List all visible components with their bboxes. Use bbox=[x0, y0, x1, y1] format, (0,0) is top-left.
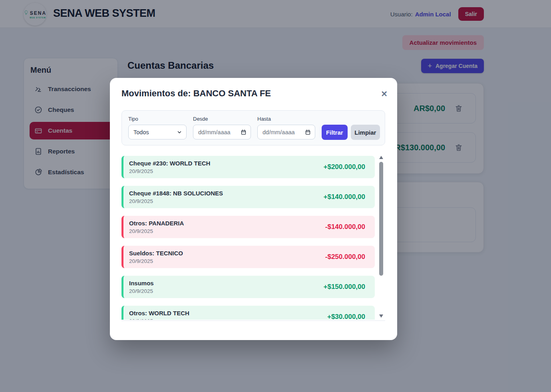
clear-button[interactable]: Limpiar bbox=[351, 125, 380, 140]
movement-title: Cheque #230: WORLD TECH bbox=[129, 160, 210, 167]
movement-title: Cheque #1848: NB SOLUCIONES bbox=[129, 190, 223, 197]
modal-title: Movimientos de: BANCO SANTA FE bbox=[121, 88, 271, 99]
scroll-up-arrow-icon[interactable] bbox=[379, 156, 383, 159]
to-date-placeholder: dd/mm/aaaa bbox=[263, 129, 295, 135]
movement-title: Otros: WORLD TECH bbox=[129, 310, 189, 316]
movement-row: Sueldos: TECNICO 20/9/2025 -$250.000,00 bbox=[121, 246, 375, 268]
movement-row: Otros: PANADERIA 20/9/2025 -$140.000,00 bbox=[121, 216, 375, 238]
movement-title: Insumos bbox=[129, 280, 154, 287]
movement-row: Cheque #1848: NB SOLUCIONES 20/9/2025 +$… bbox=[121, 186, 375, 208]
movement-date: 20/9/2025 bbox=[129, 168, 210, 174]
scrollbar[interactable] bbox=[378, 155, 384, 318]
from-date-placeholder: dd/mm/aaaa bbox=[198, 129, 231, 135]
calendar-icon[interactable] bbox=[241, 129, 247, 135]
movement-amount: +$200.000,00 bbox=[324, 163, 365, 171]
scroll-down-arrow-icon[interactable] bbox=[379, 314, 383, 318]
movement-row: Insumos 20/9/2025 +$150.000,00 bbox=[121, 276, 375, 298]
calendar-icon[interactable] bbox=[305, 129, 311, 135]
from-date-field: Desde dd/mm/aaaa bbox=[193, 116, 251, 140]
movement-title: Otros: PANADERIA bbox=[129, 220, 184, 227]
close-icon[interactable]: ✕ bbox=[381, 89, 388, 99]
movement-date: 20/9/2025 bbox=[129, 258, 183, 264]
movement-title: Sueldos: TECNICO bbox=[129, 250, 183, 257]
movement-amount: +$150.000,00 bbox=[324, 283, 365, 291]
chevron-down-icon bbox=[177, 129, 182, 135]
to-date-label: Hasta bbox=[257, 116, 315, 122]
to-date-input[interactable]: dd/mm/aaaa bbox=[257, 125, 315, 139]
movement-amount: -$250.000,00 bbox=[325, 253, 365, 261]
to-date-field: Hasta dd/mm/aaaa bbox=[257, 116, 315, 140]
scrollbar-thumb[interactable] bbox=[379, 162, 383, 276]
movement-amount: -$140.000,00 bbox=[325, 223, 365, 231]
movement-date: 20/9/2025 bbox=[129, 318, 189, 320]
movement-amount: +$30.000,00 bbox=[327, 313, 365, 320]
from-date-label: Desde bbox=[193, 116, 251, 122]
filter-button[interactable]: Filtrar bbox=[322, 125, 348, 140]
filter-bar: Tipo Todos Desde dd/mm/aaaa Hasta dd/mm/… bbox=[121, 110, 385, 145]
movement-row: Cheque #230: WORLD TECH 20/9/2025 +$200.… bbox=[121, 156, 375, 178]
movements-modal: Movimientos de: BANCO SANTA FE ✕ Tipo To… bbox=[110, 78, 397, 340]
movement-date: 20/9/2025 bbox=[129, 198, 223, 204]
movement-amount: +$140.000,00 bbox=[324, 193, 365, 201]
type-select-value: Todos bbox=[133, 129, 149, 135]
list-divider bbox=[121, 320, 385, 321]
movements-list: Cheque #230: WORLD TECH 20/9/2025 +$200.… bbox=[121, 156, 375, 320]
type-label: Tipo bbox=[128, 116, 187, 122]
movement-row: Otros: WORLD TECH 20/9/2025 +$30.000,00 bbox=[121, 306, 375, 320]
type-select[interactable]: Todos bbox=[128, 125, 187, 139]
from-date-input[interactable]: dd/mm/aaaa bbox=[193, 125, 251, 139]
type-field: Tipo Todos bbox=[128, 116, 187, 140]
movement-date: 20/9/2025 bbox=[129, 288, 154, 294]
movement-date: 20/9/2025 bbox=[129, 228, 184, 234]
